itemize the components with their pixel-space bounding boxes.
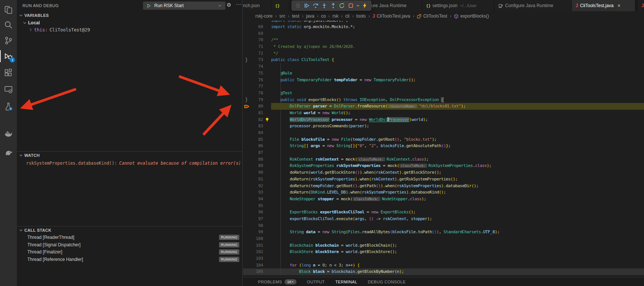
step-out-icon[interactable] xyxy=(329,1,338,10)
search-icon[interactable] xyxy=(0,18,17,31)
call-stack-thread-row[interactable]: Thread [Finalizer]RUNNING xyxy=(17,248,242,256)
debug-count-badge: 1 xyxy=(10,57,15,63)
fold-arc-icon[interactable] xyxy=(243,57,250,63)
testing-icon[interactable] xyxy=(0,100,17,113)
editor-tab-Configure Java Runtime[interactable]: Configure Java Runtime xyxy=(494,0,572,11)
remote-explorer-icon[interactable] xyxy=(0,82,17,96)
gear-icon[interactable]: ⚙ xyxy=(227,2,231,8)
step-over-icon[interactable] xyxy=(311,1,320,10)
code-editor[interactable]: import static org.junit.Assert.*;68impor… xyxy=(243,21,644,277)
fold-column xyxy=(263,249,271,255)
editor-group: nch.json{}Configure Java Runtime{}settin… xyxy=(243,0,644,286)
run-config-button[interactable]: Run RSK Start xyxy=(143,1,225,10)
fold-column xyxy=(263,183,271,189)
line-number: 73 xyxy=(250,57,263,63)
hot-code-replace-icon[interactable] xyxy=(361,1,370,10)
chevron-down-icon[interactable] xyxy=(214,3,225,8)
breadcrumb-item[interactable]: cli xyxy=(345,13,349,19)
more-actions-icon[interactable]: ··· xyxy=(236,1,242,7)
close-icon[interactable]: ✕ xyxy=(617,3,621,8)
breadcrumb-item[interactable]: CliToolsTest xyxy=(417,13,447,19)
code-line-77: 77 xyxy=(243,83,644,90)
gutter xyxy=(243,242,250,249)
line-number: 72 xyxy=(250,50,263,57)
bottom-panel: PROBLEMS1K+OUTPUTTERMINALDEBUG CONSOLE xyxy=(243,277,644,286)
breadcrumb-item[interactable]: tools xyxy=(356,13,365,19)
code-text: BlockStore blockStore = world.getBlockSt… xyxy=(271,249,644,255)
breadcrumb-item[interactable]: test xyxy=(292,13,299,19)
panel-tab-problems[interactable]: PROBLEMS1K+ xyxy=(258,279,297,285)
code-text xyxy=(271,255,644,262)
drag-handle-icon[interactable] xyxy=(294,1,303,10)
run-and-debug-icon[interactable]: 1 xyxy=(0,49,17,63)
gutter xyxy=(243,162,250,169)
code-line-74: 74 xyxy=(243,63,644,70)
line-number: 99 xyxy=(250,229,263,235)
variable-value: CliToolsTest@29 xyxy=(49,27,90,33)
explorer-icon[interactable] xyxy=(0,3,17,16)
panel-tab-output[interactable]: OUTPUT xyxy=(307,280,325,284)
code-text: @Test xyxy=(271,90,644,97)
docker-icon[interactable] xyxy=(0,127,17,140)
panel-tab-terminal[interactable]: TERMINAL xyxy=(335,280,357,284)
gutter[interactable] xyxy=(243,116,250,123)
editor-tab-partial[interactable]: {} xyxy=(271,0,291,11)
watch-header-label: WATCH xyxy=(24,153,40,158)
stop-menu-icon[interactable] xyxy=(355,1,361,10)
editor-tab-partial[interactable]: J xyxy=(638,0,644,11)
code-line-68: 68import static org.mockito.Mockito.*; xyxy=(243,24,644,30)
source-control-icon[interactable] xyxy=(0,34,17,47)
call-stack-thread-row[interactable]: Thread [Reference Handler]RUNNING xyxy=(17,256,242,263)
line-number: 75 xyxy=(250,70,263,77)
fold-column xyxy=(263,50,271,57)
restart-icon[interactable] xyxy=(338,1,347,10)
fold-column xyxy=(263,70,271,77)
line-number: 102 xyxy=(250,249,263,255)
extensions-icon[interactable] xyxy=(0,66,17,79)
code-text xyxy=(271,83,644,90)
editor-tab-settings.json[interactable]: {}settings.json~/.../User xyxy=(422,0,494,11)
code-text xyxy=(271,30,644,37)
breadcrumb-item[interactable]: java xyxy=(306,13,314,19)
breadcrumb-item[interactable]: exportBlocks() xyxy=(454,13,489,19)
lightbulb-icon[interactable] xyxy=(263,116,271,123)
call-stack-thread-row[interactable]: Thread [Signal Dispatcher]RUNNING xyxy=(17,241,242,249)
line-number: 98 xyxy=(250,222,263,229)
fold-column xyxy=(263,216,271,222)
step-into-icon[interactable] xyxy=(320,1,329,10)
code-text: String[] args = new String[]{"0", "2", b… xyxy=(271,143,644,149)
editor-tab-CliToolsTest.java[interactable]: JCliToolsTest.java✕ xyxy=(572,0,635,11)
code-text: doReturn(rskSystemProperties).when(rskCo… xyxy=(271,176,644,183)
breadcrumb-item[interactable]: rskj-core xyxy=(255,13,273,19)
continue-icon[interactable] xyxy=(303,1,312,10)
panel-tab-debug-console[interactable]: DEBUG CONSOLE xyxy=(368,280,405,284)
fold-column xyxy=(263,169,271,176)
code-line-73: 73public class CliToolsTest { xyxy=(243,57,644,63)
line-number: 86 xyxy=(250,143,263,149)
stop-icon[interactable] xyxy=(346,1,355,10)
code-text: import static org.junit.Assert.*; xyxy=(271,21,644,24)
code-text: */ xyxy=(271,50,644,57)
current-instruction-pointer-icon[interactable] xyxy=(243,103,250,110)
code-text: Blockchain blockchain = world.getBlockCh… xyxy=(271,242,644,249)
gradle-icon[interactable] xyxy=(0,145,17,159)
call-stack-section-header[interactable]: CALL STACK xyxy=(17,226,242,234)
breadcrumb-item[interactable]: src xyxy=(279,13,285,19)
gutter xyxy=(243,110,250,116)
breadcrumb-item[interactable]: JCliToolsTest.java xyxy=(373,13,410,19)
breadcrumb-separator: › xyxy=(288,13,289,19)
breadcrumb-separator: › xyxy=(341,13,343,19)
variables-section-header[interactable]: VARIABLES xyxy=(17,12,242,19)
breadcrumb-item[interactable]: rsk xyxy=(332,13,338,19)
editor-tab-nch.json[interactable]: nch.json xyxy=(243,0,271,11)
fold-arc-icon[interactable] xyxy=(243,97,250,103)
variables-scope-local[interactable]: Local xyxy=(22,19,40,26)
breadcrumb-item[interactable]: co xyxy=(321,13,326,19)
code-line-99: 99 String data = new String(Files.readAl… xyxy=(243,229,644,235)
variable-this-row[interactable]: this: CliToolsTest@29 xyxy=(28,26,90,33)
watch-section-header[interactable]: WATCH xyxy=(17,152,242,159)
code-line-81: 81 World world = new World(); xyxy=(243,110,644,116)
watch-expression-row[interactable]: rskSystemProperties.databaseKind(): Cann… xyxy=(26,159,240,167)
call-stack-thread-row[interactable]: Thread [ReaderThread]RUNNING xyxy=(17,234,242,241)
line-number: 97 xyxy=(250,216,263,222)
